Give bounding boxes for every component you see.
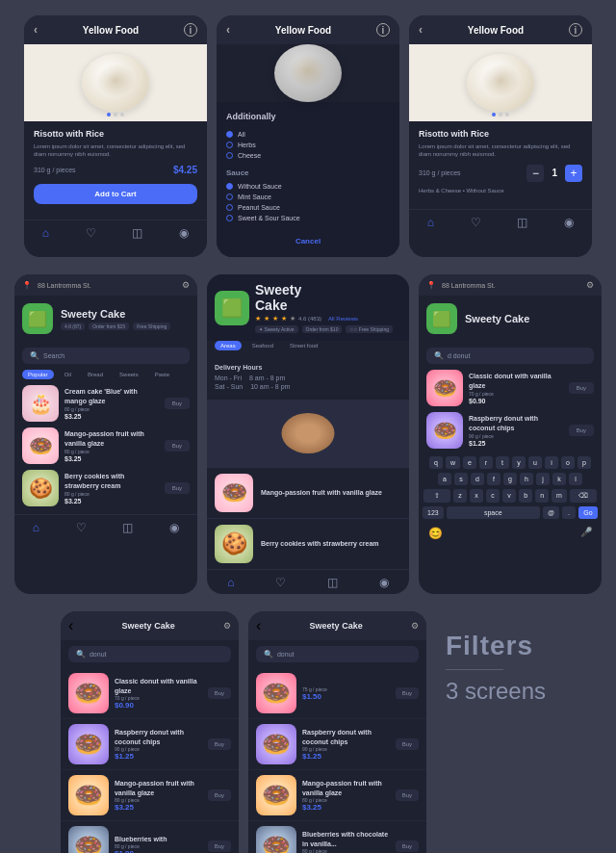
- option-sweet-sour[interactable]: Sweet & Sour Sauce: [226, 213, 390, 223]
- buy-mango-right[interactable]: Buy: [396, 789, 419, 801]
- key-e[interactable]: e: [463, 456, 476, 469]
- search-bar-left[interactable]: 🔍 donut: [68, 646, 231, 662]
- key-shift[interactable]: ⇧: [424, 489, 450, 503]
- cancel-button[interactable]: Cancel: [226, 231, 390, 247]
- search-bar-3[interactable]: 🔍 d donut: [426, 348, 594, 364]
- key-w[interactable]: w: [446, 456, 460, 469]
- key-at[interactable]: @: [543, 506, 559, 519]
- heart-nav-icon[interactable]: ♡: [86, 226, 96, 240]
- home-nav-s1[interactable]: ⌂: [33, 521, 39, 534]
- key-o[interactable]: o: [561, 456, 575, 469]
- buy-blue-right[interactable]: Buy: [396, 840, 419, 852]
- buy-raspberry-donut[interactable]: Buy: [569, 425, 594, 436]
- cart-nav-icon[interactable]: ◫: [132, 226, 142, 240]
- buy-blue-left[interactable]: Buy: [208, 840, 231, 852]
- search-bar-1[interactable]: 🔍 Search: [22, 348, 190, 364]
- key-j[interactable]: j: [536, 473, 550, 485]
- key-p[interactable]: p: [578, 456, 591, 469]
- pill-seafood[interactable]: Seafood: [246, 341, 279, 350]
- key-go[interactable]: Go: [578, 506, 598, 519]
- key-x[interactable]: x: [470, 489, 483, 503]
- buy-classic-donut[interactable]: Buy: [569, 382, 594, 394]
- buy-raspberry-left[interactable]: Buy: [208, 738, 231, 750]
- buy-button-mango[interactable]: Buy: [165, 440, 190, 452]
- key-123[interactable]: 123: [423, 506, 444, 519]
- key-q[interactable]: q: [429, 456, 443, 469]
- key-i[interactable]: i: [545, 456, 558, 469]
- key-n[interactable]: n: [535, 489, 549, 503]
- option-peanut[interactable]: Peanut Sauce: [226, 202, 390, 213]
- buy-mango-left[interactable]: Buy: [208, 789, 231, 801]
- key-v[interactable]: v: [502, 489, 516, 503]
- settings-icon-1[interactable]: ⚙: [182, 280, 190, 290]
- settings-icon-3[interactable]: ⚙: [586, 280, 594, 290]
- key-r[interactable]: r: [479, 456, 493, 469]
- settings-icon-right[interactable]: ⚙: [411, 621, 419, 631]
- key-l[interactable]: l: [569, 473, 582, 485]
- pill-paste[interactable]: Paste: [149, 370, 175, 379]
- option-all[interactable]: All: [226, 129, 390, 140]
- key-c[interactable]: c: [486, 489, 500, 503]
- heart-nav-s1[interactable]: ♡: [76, 521, 87, 534]
- all-reviews-link[interactable]: All Reviews: [328, 316, 358, 322]
- key-z[interactable]: z: [453, 489, 467, 503]
- emoji-icon[interactable]: 😊: [424, 525, 447, 542]
- buy-first-right[interactable]: Buy: [396, 687, 419, 699]
- cart-nav-detail[interactable]: ◫: [327, 576, 338, 589]
- home-nav-icon[interactable]: ⌂: [42, 226, 49, 240]
- info-icon-3[interactable]: i: [569, 23, 582, 37]
- search-bar-right[interactable]: 🔍 donut: [256, 646, 419, 662]
- option-cheese[interactable]: Cheese: [226, 150, 390, 161]
- key-k[interactable]: k: [552, 473, 566, 485]
- add-to-cart-button-1[interactable]: Add to Cart: [34, 184, 197, 204]
- key-u[interactable]: u: [528, 456, 542, 469]
- user-nav-s1[interactable]: ◉: [169, 521, 179, 534]
- home-nav-detail[interactable]: ⌂: [227, 576, 234, 589]
- pill-bread[interactable]: Bread: [82, 370, 109, 379]
- key-d[interactable]: d: [471, 473, 484, 485]
- key-a[interactable]: a: [438, 473, 451, 485]
- heart-nav-detail[interactable]: ♡: [275, 576, 286, 589]
- key-g[interactable]: g: [503, 473, 517, 485]
- pill-street[interactable]: Street food: [284, 341, 323, 350]
- key-m[interactable]: m: [552, 489, 567, 503]
- back-chevron-icon-3[interactable]: ‹: [419, 23, 423, 37]
- user-nav-icon[interactable]: ◉: [179, 226, 189, 240]
- key-s[interactable]: s: [454, 473, 468, 485]
- key-period[interactable]: .: [562, 506, 576, 519]
- key-h[interactable]: h: [520, 473, 533, 485]
- info-icon-1[interactable]: i: [184, 23, 197, 37]
- user-nav-detail[interactable]: ◉: [379, 576, 389, 589]
- mic-icon[interactable]: 🎤: [577, 525, 596, 542]
- qty-plus-button[interactable]: +: [565, 165, 582, 182]
- buy-raspberry-right[interactable]: Buy: [396, 738, 419, 750]
- cart-nav-icon-3[interactable]: ◫: [517, 216, 527, 229]
- info-icon-2[interactable]: i: [376, 23, 390, 37]
- key-y[interactable]: y: [512, 456, 526, 469]
- settings-icon-left[interactable]: ⚙: [223, 621, 231, 631]
- buy-classic-left[interactable]: Buy: [208, 687, 231, 699]
- back-chevron-icon[interactable]: ‹: [34, 23, 38, 37]
- option-herbs[interactable]: Herbs: [226, 140, 390, 150]
- heart-nav-icon-3[interactable]: ♡: [471, 216, 481, 229]
- back-chevron-left[interactable]: ‹: [68, 617, 73, 634]
- cart-nav-s1[interactable]: ◫: [122, 521, 133, 534]
- buy-button-cake[interactable]: Buy: [165, 398, 190, 409]
- pill-popular[interactable]: Popular: [22, 370, 54, 379]
- back-chevron-icon-2[interactable]: ‹: [226, 23, 230, 37]
- user-nav-icon-3[interactable]: ◉: [564, 216, 574, 229]
- buy-button-berry[interactable]: Buy: [165, 482, 190, 494]
- key-t[interactable]: t: [496, 456, 509, 469]
- key-f[interactable]: f: [487, 473, 500, 485]
- pill-oil[interactable]: Oil: [59, 370, 77, 379]
- qty-minus-button[interactable]: −: [526, 165, 544, 182]
- home-nav-icon-3[interactable]: ⌂: [427, 216, 434, 229]
- option-no-sauce[interactable]: Without Sauce: [226, 181, 390, 192]
- pill-areas[interactable]: Areas: [215, 341, 242, 350]
- key-backspace[interactable]: ⌫: [570, 489, 597, 503]
- back-chevron-right[interactable]: ‹: [256, 617, 261, 634]
- option-mint[interactable]: Mint Sauce: [226, 192, 390, 202]
- pill-sweets[interactable]: Sweets: [114, 370, 144, 379]
- key-space[interactable]: space: [447, 506, 540, 519]
- key-b[interactable]: b: [519, 489, 532, 503]
